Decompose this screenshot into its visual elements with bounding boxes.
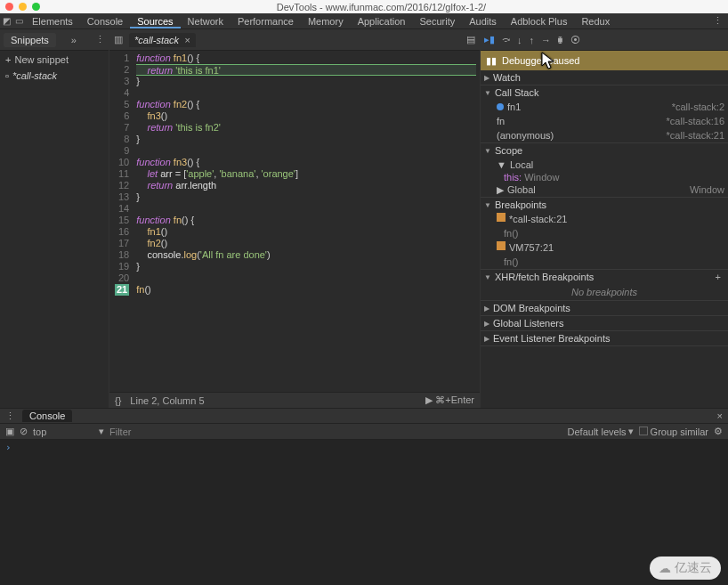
watch-section[interactable]: ▶Watch: [481, 70, 728, 85]
resume-icon[interactable]: ▸▮: [484, 34, 495, 45]
close-window-button[interactable]: [5, 3, 13, 11]
console-filter-input[interactable]: Filter: [109, 427, 562, 437]
step-into-icon[interactable]: ↓: [517, 35, 522, 45]
sources-sidebar: Snippets » ⋮ + New snippet ▫ *call-stack: [0, 29, 109, 408]
callstack-section[interactable]: ▼Call Stack: [481, 85, 728, 100]
xhr-empty: No breakpoints: [481, 284, 728, 300]
tabbar-overflow-icon[interactable]: ⋮: [708, 15, 728, 27]
maximize-window-button[interactable]: [32, 3, 40, 11]
console-prompt[interactable]: ›: [0, 440, 728, 455]
callstack-frame[interactable]: (anonymous)*call-stack:21: [481, 128, 728, 142]
console-close-icon[interactable]: ×: [712, 410, 728, 421]
pause-icon: ▮▮: [486, 55, 497, 67]
console-settings-icon[interactable]: ⚙: [714, 426, 723, 437]
sidebar-overflow-icon[interactable]: ⋮: [95, 34, 105, 45]
scope-this[interactable]: this: Window: [481, 172, 728, 183]
toggle-sidebar-icon[interactable]: ▣: [5, 426, 14, 437]
console-drawer-head: ⋮ Console ×: [0, 408, 728, 424]
sidebar-section[interactable]: Snippets: [4, 33, 56, 47]
breakpoint-code: fn(): [481, 226, 728, 240]
editor-tab[interactable]: *call-stack ×: [129, 33, 196, 47]
snippet-item[interactable]: ▫ *call-stack: [0, 69, 109, 83]
window-title: DevTools - www.ifunmac.com/2016/12/glfox…: [40, 2, 723, 12]
tab-elements[interactable]: Elements: [25, 16, 80, 27]
tab-audits[interactable]: Audits: [462, 16, 504, 27]
watermark: ☁ 亿速云: [650, 557, 721, 580]
console-menu-icon[interactable]: ⋮: [0, 410, 20, 422]
add-xhr-breakpoint-icon[interactable]: +: [716, 272, 724, 282]
event-listener-section[interactable]: ▶Event Listener Breakpoints: [481, 331, 728, 345]
log-levels-select[interactable]: Default levels▾: [568, 426, 634, 437]
breakpoint-item[interactable]: *call-stack:21: [481, 212, 728, 226]
pause-exceptions-icon[interactable]: ⦿: [570, 35, 580, 45]
callstack-frame[interactable]: fn*call-stack:16: [481, 114, 728, 128]
run-snippet-hint[interactable]: ▶ ⌘+Enter: [425, 394, 474, 406]
cursor-position: Line 2, Column 5: [130, 395, 204, 406]
tab-memory[interactable]: Memory: [301, 16, 351, 27]
tab-application[interactable]: Application: [351, 16, 413, 27]
scope-global[interactable]: ▶GlobalWindow: [481, 183, 728, 197]
deactivate-breakpoints-icon[interactable]: ⧯: [558, 35, 563, 45]
code-editor: ▥ *call-stack × ▤ 1234567891011121314151…: [109, 29, 481, 408]
console-body[interactable]: ›: [0, 440, 728, 585]
xhr-breakpoints-section[interactable]: ▼XHR/fetch Breakpoints+: [481, 270, 728, 284]
toggle-debugger-icon[interactable]: ▤: [462, 34, 480, 45]
plus-icon: +: [5, 54, 11, 65]
tab-redux[interactable]: Redux: [574, 16, 617, 27]
callstack-frame[interactable]: fn1*call-stack:2: [481, 100, 728, 114]
minimize-window-button[interactable]: [19, 3, 27, 11]
debugger-status: ▮▮ Debugger paused: [481, 51, 728, 70]
step-over-icon[interactable]: ⤼: [502, 34, 510, 45]
tab-network[interactable]: Network: [181, 16, 231, 27]
snippet-icon: ▫: [5, 70, 9, 81]
show-navigator-icon[interactable]: ▥: [109, 34, 127, 45]
dom-breakpoints-section[interactable]: ▶DOM Breakpoints: [481, 301, 728, 315]
breakpoint-item[interactable]: VM757:21: [481, 240, 728, 255]
tab-adblock-plus[interactable]: Adblock Plus: [504, 16, 575, 27]
console-tab[interactable]: Console: [22, 410, 72, 422]
scope-local[interactable]: ▼Local: [481, 158, 728, 172]
close-tab-icon[interactable]: ×: [184, 35, 190, 45]
breakpoint-code: fn(): [481, 255, 728, 269]
tab-security[interactable]: Security: [412, 16, 462, 27]
sidebar-more-icon[interactable]: »: [71, 35, 77, 45]
cloud-icon: ☁: [659, 561, 671, 575]
line-gutter[interactable]: 123456789101112131415161718192021: [109, 51, 133, 392]
scope-section[interactable]: ▼Scope: [481, 143, 728, 158]
window-titlebar: DevTools - www.ifunmac.com/2016/12/glfox…: [0, 0, 728, 13]
clear-console-icon[interactable]: ⊘: [20, 426, 28, 437]
inspect-element-icon[interactable]: ◩: [0, 16, 12, 26]
tab-performance[interactable]: Performance: [231, 16, 301, 27]
breakpoints-section[interactable]: ▼Breakpoints: [481, 198, 728, 212]
tab-sources[interactable]: Sources: [130, 16, 180, 28]
step-icon[interactable]: →: [541, 35, 551, 45]
tab-console[interactable]: Console: [80, 16, 130, 27]
global-listeners-section[interactable]: ▶Global Listeners: [481, 316, 728, 330]
step-out-icon[interactable]: ↑: [530, 35, 535, 45]
new-snippet-button[interactable]: + New snippet: [0, 51, 109, 69]
devtools-tabbar: ◩ ▭ ElementsConsoleSourcesNetworkPerform…: [0, 13, 728, 29]
debugger-panel: ▸▮ ⤼ ↓ ↑ → ⧯ ⦿ ▮▮ Debugger paused ▶Watch…: [481, 29, 728, 408]
pretty-print-icon[interactable]: {}: [115, 395, 121, 406]
device-toolbar-icon[interactable]: ▭: [12, 16, 25, 26]
code-area[interactable]: function fn1() { return 'this is fn1'}fu…: [133, 51, 480, 392]
group-similar-checkbox[interactable]: Group similar: [639, 427, 708, 437]
console-context-select[interactable]: top▾: [33, 426, 104, 437]
